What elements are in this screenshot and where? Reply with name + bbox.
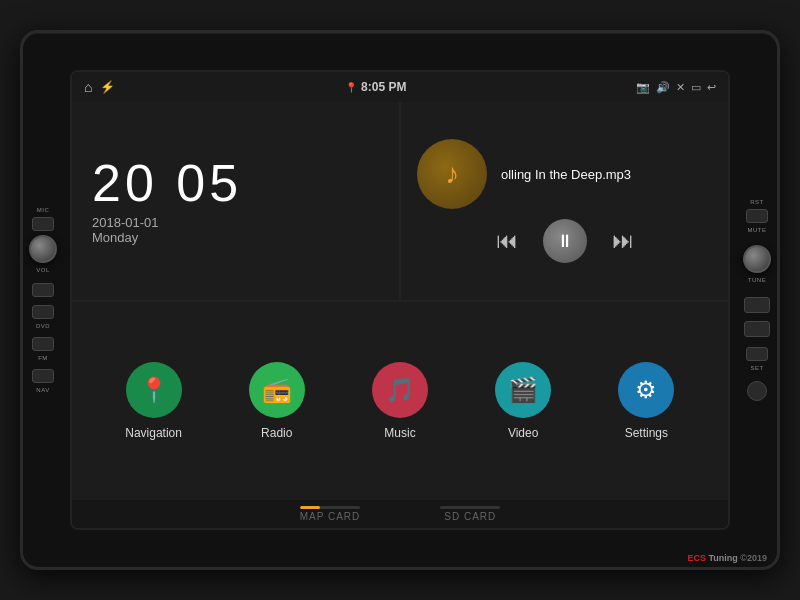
music-top: ♪ olling In the Deep.mp3: [417, 139, 712, 209]
radio-label: Radio: [261, 426, 292, 440]
window-icon[interactable]: ▭: [691, 81, 701, 94]
clock-time: 20 05: [92, 157, 379, 209]
next-button[interactable]: [744, 321, 770, 337]
music-app-icon: 🎵: [385, 376, 415, 404]
music-title: olling In the Deep.mp3: [501, 167, 712, 182]
app-navigation[interactable]: 📍 Navigation: [114, 362, 194, 440]
settings-label: Settings: [625, 426, 668, 440]
usb-icon: ⚡: [100, 80, 115, 94]
clock-day: Monday: [92, 230, 379, 245]
settings-icon-circle: ⚙: [618, 362, 674, 418]
app-video[interactable]: 🎬 Video: [483, 362, 563, 440]
music-info: olling In the Deep.mp3: [501, 167, 712, 182]
status-time: 8:05 PM: [361, 80, 406, 94]
status-center: 📍 8:05 PM: [123, 80, 628, 94]
close-icon[interactable]: ✕: [676, 81, 685, 94]
clock-panel: 20 05 2018-01-01 Monday: [72, 102, 399, 300]
tune-label: TUNE: [748, 277, 766, 283]
nav-button[interactable]: [32, 369, 54, 383]
settings-icon: ⚙: [635, 376, 657, 404]
set-button[interactable]: [746, 347, 768, 361]
music-icon-circle: 🎵: [372, 362, 428, 418]
next-track-button[interactable]: ⏭: [603, 221, 643, 261]
power-button[interactable]: [32, 217, 54, 231]
radio-icon: 📻: [262, 376, 292, 404]
prev-button[interactable]: [744, 297, 770, 313]
navigation-label: Navigation: [125, 426, 182, 440]
sd-card-label: SD CARD: [444, 511, 496, 522]
map-card-indicator: [300, 506, 360, 509]
home-button[interactable]: [32, 283, 54, 297]
status-bar: ⌂ ⚡ 📍 8:05 PM 📷 🔊 ✕ ▭ ↩: [72, 72, 728, 102]
prev-track-button[interactable]: ⏮: [487, 221, 527, 261]
tune-knob[interactable]: [743, 245, 771, 273]
clock-date: 2018-01-01: [92, 215, 379, 230]
back-icon[interactable]: ↩: [707, 81, 716, 94]
navigation-icon: 📍: [139, 376, 169, 404]
music-note-icon: ♪: [445, 158, 459, 190]
ecs-text: ECS: [687, 553, 706, 563]
rst-button[interactable]: [746, 209, 768, 223]
dvd-button[interactable]: [32, 305, 54, 319]
screen-bottom-bar: MAP CARD SD CARD: [72, 500, 728, 528]
video-icon-circle: 🎬: [495, 362, 551, 418]
status-icons: 📷 🔊 ✕ ▭ ↩: [636, 81, 716, 94]
fm-label: FM: [38, 355, 48, 361]
main-screen: ⌂ ⚡ 📍 8:05 PM 📷 🔊 ✕ ▭ ↩ 20 05 2018-01-01…: [70, 70, 730, 530]
year-text: ©2019: [740, 553, 767, 563]
sd-card-indicator: [440, 506, 500, 509]
watermark: ECS Tuning ©2019: [687, 553, 767, 563]
mute-label: MUTE: [748, 227, 767, 233]
map-card-label: MAP CARD: [300, 511, 361, 522]
left-controls: MIC VOL DVD FM NAV: [29, 207, 57, 393]
dvd-label: DVD: [36, 323, 50, 329]
home-icon[interactable]: ⌂: [84, 79, 92, 95]
navigation-icon-circle: 📍: [126, 362, 182, 418]
vol-label: VOL: [36, 267, 50, 273]
app-music[interactable]: 🎵 Music: [360, 362, 440, 440]
tuning-text: Tuning: [709, 553, 741, 563]
main-content: 20 05 2018-01-01 Monday ♪ olling In the …: [72, 102, 728, 500]
nav-label: NAV: [36, 387, 49, 393]
power-knob[interactable]: [29, 235, 57, 263]
set-label: SET: [750, 365, 763, 371]
fm-button[interactable]: [32, 337, 54, 351]
car-head-unit: MIC VOL DVD FM NAV RST MUTE TUNE SET ⌂ ⚡…: [20, 30, 780, 570]
screenshot-icon: 📷: [636, 81, 650, 94]
music-label: Music: [384, 426, 415, 440]
video-icon: 🎬: [508, 376, 538, 404]
radio-icon-circle: 📻: [249, 362, 305, 418]
app-radio[interactable]: 📻 Radio: [237, 362, 317, 440]
album-art: ♪: [417, 139, 487, 209]
music-panel: ♪ olling In the Deep.mp3 ⏮ ⏸ ⏭: [401, 102, 728, 300]
app-settings[interactable]: ⚙ Settings: [606, 362, 686, 440]
volume-icon[interactable]: 🔊: [656, 81, 670, 94]
back-button[interactable]: [747, 381, 767, 401]
rst-label: RST: [750, 199, 764, 205]
mic-label: MIC: [37, 207, 50, 213]
location-icon: 📍: [345, 82, 357, 93]
apps-panel: 📍 Navigation 📻 Radio 🎵 Music: [72, 302, 728, 500]
right-controls: RST MUTE TUNE SET: [743, 199, 771, 401]
video-label: Video: [508, 426, 538, 440]
play-pause-button[interactable]: ⏸: [543, 219, 587, 263]
music-controls: ⏮ ⏸ ⏭: [417, 219, 712, 263]
